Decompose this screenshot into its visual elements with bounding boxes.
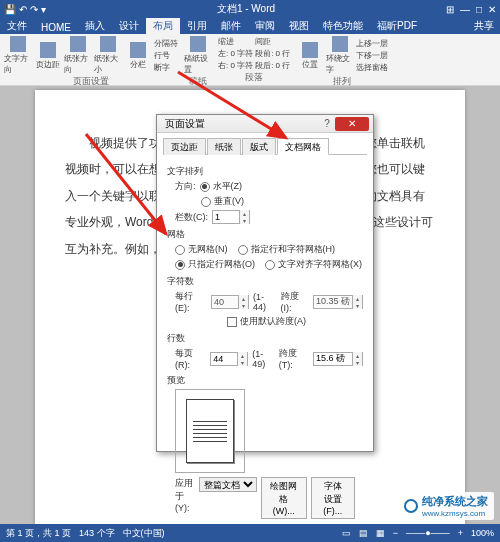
dialog-tab-layout[interactable]: 版式 bbox=[242, 138, 276, 155]
draw-grid-button[interactable]: 绘图网格(W)... bbox=[261, 477, 307, 519]
spacing-header: 间距 bbox=[255, 36, 290, 47]
section-text-arrange: 文字排列 bbox=[167, 165, 363, 178]
lines-pitch-spinner[interactable]: ▴▾ bbox=[313, 352, 363, 366]
watermark-logo-icon bbox=[404, 499, 418, 513]
zoom-slider[interactable]: ───●─── bbox=[406, 528, 450, 538]
send-backward-button[interactable]: 下移一层 bbox=[356, 50, 388, 61]
ribbon-group-arrange: 位置 环绕文字 上移一层 下移一层 选择窗格 排列 bbox=[296, 36, 388, 83]
lines-range: (1-49) bbox=[252, 349, 275, 369]
dialog-title: 页面设置 bbox=[161, 117, 319, 131]
checkbox-default-pitch[interactable]: 使用默认跨度(A) bbox=[227, 315, 306, 328]
close-icon[interactable]: ✕ bbox=[488, 4, 496, 15]
tab-layout[interactable]: 布局 bbox=[146, 18, 180, 34]
spacing-after-row[interactable]: 段后: 0 行 bbox=[255, 60, 290, 71]
share-button[interactable]: 共享 bbox=[468, 18, 500, 34]
radio-grid-line-only[interactable]: 只指定行网格(O) bbox=[175, 258, 255, 271]
dialog-body: 文字排列 方向: 水平(Z) 垂直(V) 栏数(C): ▴▾ 网格 无网格(N)… bbox=[157, 155, 373, 529]
hyphenation-button[interactable]: 断字 bbox=[154, 62, 178, 73]
breaks-button[interactable]: 分隔符 bbox=[154, 38, 178, 49]
chars-per-line-spinner[interactable]: ▴▾ bbox=[211, 295, 249, 309]
indent-header: 缩进 bbox=[218, 36, 253, 47]
redo-icon[interactable]: ↷ bbox=[30, 4, 38, 15]
indent-left-row[interactable]: 左: 0 字符 bbox=[218, 48, 253, 59]
line-numbers-button[interactable]: 行号 bbox=[154, 50, 178, 61]
page-setup-dialog: 页面设置 ? ✕ 页边距 纸张 版式 文档网格 文字排列 方向: 水平(Z) 垂… bbox=[156, 114, 374, 452]
window-title: 文档1 - Word bbox=[46, 2, 446, 16]
tab-design[interactable]: 设计 bbox=[112, 18, 146, 34]
columns-spinner[interactable]: ▴▾ bbox=[212, 210, 250, 224]
position-button[interactable]: 位置 bbox=[296, 42, 324, 70]
text-direction-button[interactable]: 文字方向 bbox=[4, 36, 32, 75]
selection-pane-button[interactable]: 选择窗格 bbox=[356, 62, 388, 73]
dialog-tab-margins[interactable]: 页边距 bbox=[163, 138, 206, 155]
tab-review[interactable]: 审阅 bbox=[248, 18, 282, 34]
watermark: 纯净系统之家 www.kzmsys.com bbox=[398, 492, 494, 520]
lines-per-page-label: 每页(R): bbox=[175, 347, 206, 370]
dialog-titlebar[interactable]: 页面设置 ? ✕ bbox=[157, 115, 373, 133]
radio-grid-char-line[interactable]: 指定行和字符网格(H) bbox=[238, 243, 336, 256]
view-print-icon[interactable]: ▤ bbox=[359, 528, 368, 538]
apply-to-label: 应用于(Y): bbox=[175, 477, 195, 519]
tab-home[interactable]: HOME bbox=[34, 21, 78, 34]
save-icon[interactable]: 💾 bbox=[4, 4, 16, 15]
ribbon-group-paragraph: 缩进 左: 0 字符 右: 0 字符 间距 段前: 0 行 段后: 0 行 段落 bbox=[218, 36, 290, 83]
dialog-help-icon[interactable]: ? bbox=[319, 118, 335, 129]
wrap-text-button[interactable]: 环绕文字 bbox=[326, 36, 354, 75]
ribbon-group-draft: 稿纸设置 稿纸 bbox=[184, 36, 212, 83]
ribbon-options-icon[interactable]: ⊞ bbox=[446, 4, 454, 15]
size-button[interactable]: 纸张大小 bbox=[94, 36, 122, 75]
preview-page-icon bbox=[186, 399, 234, 463]
margins-button[interactable]: 页边距 bbox=[34, 42, 62, 70]
dialog-tab-paper[interactable]: 纸张 bbox=[207, 138, 241, 155]
draft-settings-button[interactable]: 稿纸设置 bbox=[184, 36, 212, 75]
tab-references[interactable]: 引用 bbox=[180, 18, 214, 34]
tab-file[interactable]: 文件 bbox=[0, 18, 34, 34]
tab-pdf[interactable]: 福昕PDF bbox=[370, 18, 424, 34]
radio-vertical[interactable]: 垂直(V) bbox=[201, 195, 244, 208]
font-settings-button[interactable]: 字体设置(F)... bbox=[311, 477, 355, 519]
bring-forward-button[interactable]: 上移一层 bbox=[356, 38, 388, 49]
view-web-icon[interactable]: ▦ bbox=[376, 528, 385, 538]
window-controls: ⊞ — □ ✕ bbox=[446, 4, 496, 15]
view-read-icon[interactable]: ▭ bbox=[342, 528, 351, 538]
zoom-level[interactable]: 100% bbox=[471, 528, 494, 538]
dialog-tab-grid[interactable]: 文档网格 bbox=[277, 138, 329, 155]
preview-box bbox=[175, 389, 245, 473]
status-page[interactable]: 第 1 页，共 1 页 bbox=[6, 527, 71, 540]
tab-insert[interactable]: 插入 bbox=[78, 18, 112, 34]
lines-pitch-label: 跨度(T): bbox=[279, 347, 309, 370]
radio-grid-char-align[interactable]: 文字对齐字符网格(X) bbox=[265, 258, 362, 271]
undo-icon[interactable]: ↶ bbox=[19, 4, 27, 15]
ribbon-tabs: 文件 HOME 插入 设计 布局 引用 邮件 审阅 视图 特色功能 福昕PDF … bbox=[0, 18, 500, 34]
chars-range: (1-44) bbox=[253, 292, 277, 312]
zoom-out-icon[interactable]: − bbox=[393, 528, 398, 538]
ribbon: 文字方向 页边距 纸张方向 纸张大小 分栏 分隔符 行号 断字 页面设置 稿纸设… bbox=[0, 34, 500, 86]
lines-per-page-spinner[interactable]: ▴▾ bbox=[210, 352, 248, 366]
qat: 💾 ↶ ↷ ▾ bbox=[4, 4, 46, 15]
watermark-url: www.kzmsys.com bbox=[422, 509, 488, 518]
watermark-text: 纯净系统之家 bbox=[422, 494, 488, 509]
indent-right-row[interactable]: 右: 0 字符 bbox=[218, 60, 253, 71]
dialog-close-icon[interactable]: ✕ bbox=[335, 117, 369, 131]
zoom-in-icon[interactable]: + bbox=[458, 528, 463, 538]
apply-to-select[interactable]: 整篇文档 bbox=[199, 477, 257, 492]
orientation-button[interactable]: 纸张方向 bbox=[64, 36, 92, 75]
minimize-icon[interactable]: — bbox=[460, 4, 470, 15]
spacing-before-row[interactable]: 段前: 0 行 bbox=[255, 48, 290, 59]
columns-button[interactable]: 分栏 bbox=[124, 42, 152, 70]
ribbon-group-page-setup: 文字方向 页边距 纸张方向 纸张大小 分栏 分隔符 行号 断字 页面设置 bbox=[4, 36, 178, 83]
chars-per-line-label: 每行(E): bbox=[175, 290, 207, 313]
group-label-paragraph: 段落 bbox=[245, 71, 263, 84]
section-grid: 网格 bbox=[167, 228, 363, 241]
tab-mailings[interactable]: 邮件 bbox=[214, 18, 248, 34]
radio-horizontal[interactable]: 水平(Z) bbox=[200, 180, 243, 193]
tab-view[interactable]: 视图 bbox=[282, 18, 316, 34]
tab-special[interactable]: 特色功能 bbox=[316, 18, 370, 34]
maximize-icon[interactable]: □ bbox=[476, 4, 482, 15]
direction-label: 方向: bbox=[175, 180, 196, 193]
radio-grid-none[interactable]: 无网格(N) bbox=[175, 243, 228, 256]
chars-pitch-spinner[interactable]: ▴▾ bbox=[313, 295, 363, 309]
dialog-tabs: 页边距 纸张 版式 文档网格 bbox=[163, 137, 367, 155]
status-words[interactable]: 143 个字 bbox=[79, 527, 115, 540]
status-lang[interactable]: 中文(中国) bbox=[123, 527, 165, 540]
